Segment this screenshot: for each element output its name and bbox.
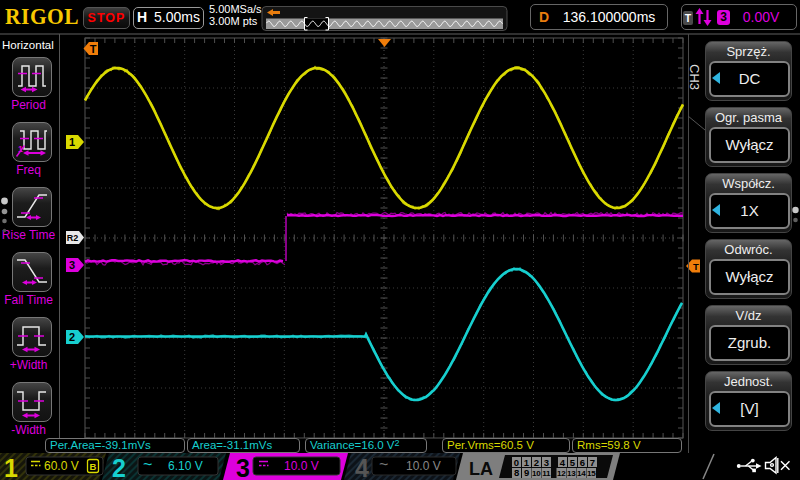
svg-text:0: 0 xyxy=(514,457,519,468)
svg-text:B: B xyxy=(90,461,97,472)
svg-text:10.0 V: 10.0 V xyxy=(284,459,319,473)
svg-text:6: 6 xyxy=(580,457,585,468)
svg-text:3: 3 xyxy=(544,457,549,468)
svg-text:LA: LA xyxy=(469,459,493,479)
svg-text:4: 4 xyxy=(560,457,566,468)
svg-text:5: 5 xyxy=(570,457,576,468)
svg-text:8: 8 xyxy=(514,467,519,478)
svg-text:10.0 V: 10.0 V xyxy=(406,459,441,473)
svg-text:12: 12 xyxy=(557,469,566,478)
svg-text:4: 4 xyxy=(355,454,369,480)
svg-text:2: 2 xyxy=(534,457,539,468)
svg-text:3: 3 xyxy=(236,454,250,480)
svg-text:7: 7 xyxy=(590,457,595,468)
svg-text:~: ~ xyxy=(143,456,152,473)
svg-text:13: 13 xyxy=(567,469,576,478)
svg-text:1: 1 xyxy=(4,454,18,480)
svg-text:6.10 V: 6.10 V xyxy=(168,459,203,473)
svg-text:15: 15 xyxy=(587,469,596,478)
svg-text:11: 11 xyxy=(542,469,551,478)
svg-text:14: 14 xyxy=(577,469,586,478)
svg-text:9: 9 xyxy=(524,467,529,478)
svg-text:1: 1 xyxy=(524,457,530,468)
svg-text:~: ~ xyxy=(379,456,388,473)
svg-text:2: 2 xyxy=(112,454,126,480)
svg-text:10: 10 xyxy=(532,469,541,478)
svg-text:60.0 V: 60.0 V xyxy=(44,459,79,473)
